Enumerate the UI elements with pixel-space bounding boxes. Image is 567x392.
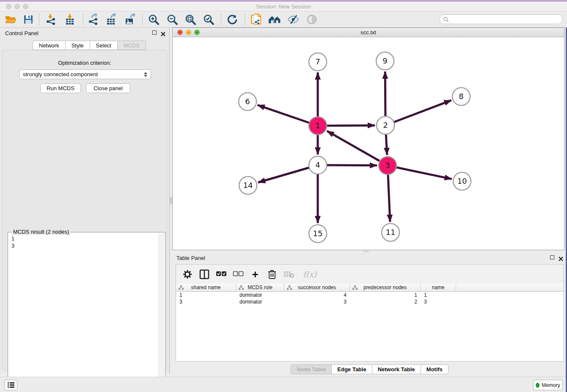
save-session-button[interactable] — [20, 13, 36, 26]
hide-graphics-details-button[interactable] — [285, 13, 301, 26]
tab-style[interactable]: Style — [65, 41, 90, 50]
cell-mcds-role[interactable]: dominator — [236, 298, 284, 305]
table-splitter-handle[interactable] — [363, 251, 369, 252]
fx-icon: f(x) — [303, 270, 317, 279]
control-panel-title: Control Panel — [5, 30, 39, 36]
graph-node-4[interactable]: 4 — [309, 156, 327, 174]
graph-node-9[interactable]: 9 — [376, 52, 394, 70]
toolbar-separator — [142, 14, 143, 25]
criterion-select[interactable]: strongly connected component — [19, 69, 151, 79]
graph-node-label: 1 — [315, 121, 320, 130]
status-bar: Memory — [0, 377, 567, 392]
graph-node-8[interactable]: 8 — [452, 88, 470, 105]
graph-node-3[interactable]: 3 — [379, 157, 396, 174]
add-row-button[interactable]: + — [250, 269, 261, 280]
tab-motifs[interactable]: Motifs — [421, 364, 449, 374]
show-columns-button[interactable] — [199, 269, 210, 280]
graph-node-2[interactable]: 2 — [377, 116, 394, 134]
graph-node-10[interactable]: 10 — [453, 172, 471, 190]
table-settings-button[interactable] — [182, 269, 193, 280]
zoom-fit-button[interactable] — [182, 13, 198, 26]
cell-successor-nodes[interactable]: 3 — [284, 298, 350, 305]
zoom-out-button[interactable] — [164, 13, 180, 26]
app-titlebar: Session: New Session — [0, 2, 567, 11]
column-label: MCDS role — [248, 284, 272, 290]
graph-node-15[interactable]: 15 — [309, 225, 327, 243]
tab-node-table[interactable]: Node Table — [291, 364, 331, 374]
memory-button[interactable]: Memory — [533, 380, 563, 390]
deselect-all-rows-button[interactable] — [233, 269, 244, 280]
search-field[interactable] — [439, 14, 563, 24]
select-all-rows-button[interactable] — [216, 269, 227, 280]
gear-icon — [183, 270, 192, 279]
cell-predecessor-nodes[interactable]: 1 — [350, 292, 421, 298]
open-session-button[interactable] — [3, 13, 19, 26]
network-window-titlebar[interactable]: × − + scc.txt — [173, 28, 564, 37]
cell-shared-name[interactable]: 1 — [176, 292, 236, 298]
mcds-result-item[interactable]: 3 — [11, 242, 157, 249]
close-panel-button[interactable]: Close panel — [86, 83, 130, 93]
float-panel-icon[interactable] — [152, 30, 157, 36]
zoom-selected-button[interactable] — [201, 13, 217, 26]
graph-node-6[interactable]: 6 — [239, 93, 256, 110]
column-header-shared-name[interactable]: shared name — [176, 284, 236, 291]
network-graph[interactable]: 7968124314101511 — [173, 37, 564, 250]
close-panel-icon[interactable] — [559, 255, 564, 260]
network-canvas[interactable]: 7968124314101511 — [173, 37, 564, 250]
float-panel-icon[interactable] — [550, 255, 555, 260]
cell-shared-name[interactable]: 3 — [176, 298, 236, 305]
application-window: Session: New Session — [0, 0, 567, 392]
graph-node-7[interactable]: 7 — [309, 53, 327, 71]
column-header-mcds-role[interactable]: MCDS role — [236, 284, 284, 291]
tab-select[interactable]: Select — [90, 41, 117, 50]
panel-splitter-handle[interactable] — [169, 197, 172, 204]
cell-name[interactable]: 1 — [421, 292, 456, 298]
result-scrollbar[interactable] — [158, 233, 164, 391]
tab-network[interactable]: Network — [33, 41, 65, 50]
task-history-button[interactable] — [4, 380, 17, 390]
tab-edge-table[interactable]: Edge Table — [331, 364, 372, 374]
cell-mcds-role[interactable]: dominator — [236, 292, 284, 298]
graph-node-1[interactable]: 1 — [309, 117, 327, 135]
trash-icon — [268, 269, 276, 279]
tab-mcds[interactable]: MCDS — [117, 41, 146, 50]
node-table: shared name MCDS role successor nodes pr… — [176, 284, 563, 305]
tab-network-table[interactable]: Network Table — [372, 364, 421, 374]
zoom-in-button[interactable] — [146, 13, 162, 26]
import-table-button[interactable] — [62, 13, 78, 26]
delete-rows-button[interactable] — [267, 269, 278, 280]
graph-node-11[interactable]: 11 — [382, 224, 399, 241]
graph-edge-1-6[interactable] — [258, 105, 318, 126]
column-header-successor-nodes[interactable]: successor nodes — [284, 284, 350, 291]
export-image-button[interactable] — [122, 13, 138, 26]
search-input[interactable] — [449, 17, 562, 22]
cell-name[interactable]: 3 — [421, 298, 456, 305]
export-image-icon — [124, 14, 136, 25]
home-view-button[interactable] — [267, 13, 283, 26]
refresh-network-button[interactable] — [224, 13, 240, 26]
column-header-predecessor-nodes[interactable]: predecessor nodes — [350, 284, 421, 291]
graph-edge-3-1[interactable] — [327, 131, 388, 166]
export-table-button[interactable] — [103, 13, 119, 26]
table-toolbar: + f(x) — [176, 265, 563, 284]
show-graphics-details-button[interactable] — [304, 13, 320, 26]
open-network-file-button[interactable] — [248, 13, 264, 26]
table-row[interactable]: 1 dominator 4 1 1 — [176, 292, 563, 298]
mcds-result-item[interactable]: 1 — [11, 235, 157, 242]
table-row[interactable]: 3 dominator 3 2 3 — [176, 298, 563, 305]
mcds-result-list[interactable]: 1 3 — [10, 235, 157, 390]
graph-edge-2-8[interactable] — [385, 100, 451, 125]
export-network-button[interactable] — [85, 13, 102, 26]
home-icon — [268, 14, 281, 25]
run-mcds-button[interactable]: Run MCDS — [40, 83, 81, 93]
delete-table-button — [284, 269, 295, 280]
graph-node-14[interactable]: 14 — [239, 177, 257, 194]
close-panel-icon[interactable] — [161, 30, 166, 36]
import-network-button[interactable] — [43, 13, 59, 26]
column-header-name[interactable]: name — [421, 284, 456, 291]
cell-predecessor-nodes[interactable]: 2 — [350, 298, 421, 305]
control-panel-tabs: Network Style Select MCDS — [33, 41, 146, 50]
cell-successor-nodes[interactable]: 4 — [284, 292, 350, 298]
memory-label: Memory — [542, 382, 560, 388]
graph-edge-3-10[interactable] — [388, 166, 452, 179]
